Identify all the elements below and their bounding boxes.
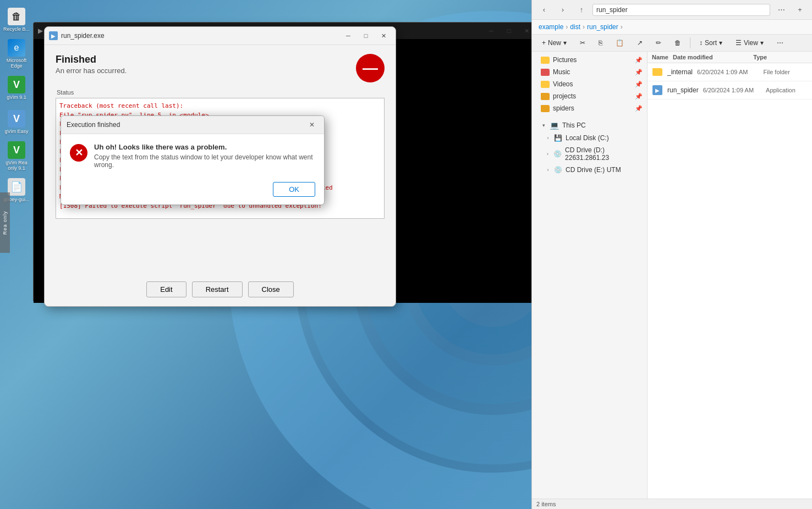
local-disk-arrow: › [545,135,551,141]
projects-folder-icon [541,93,550,100]
videos-pin: 📌 [635,81,643,88]
pictures-folder-icon [541,57,550,64]
back-btn[interactable]: ‹ [536,3,552,16]
file-explorer: ‹ › ↑ run_spider ⋯ + example › dist › ru… [531,0,812,509]
file-list: Name Date modified Type _internal 6/20/2… [648,52,812,499]
music-label: Music [553,68,570,76]
more-icon: ⋯ [777,39,783,47]
sidebar-cd-d[interactable]: › 💿 CD Drive (D:) 22631.2861.23 [532,144,647,164]
cmd-maximize-btn[interactable]: □ [501,25,517,36]
desktop: 🗑 Recycle B... e Microsoft Edge V gVim 9… [0,0,812,509]
gvim1-icon[interactable]: V gVim 9.1 [3,73,30,103]
more-btn[interactable]: ⋯ [771,37,789,49]
gvim1-label: gVim 9.1 [7,95,26,100]
exec-error-title: Uh oh! Looks like there was a problem. [94,143,315,151]
projects-pin: 📌 [635,93,643,100]
sort-chevron: ▾ [719,39,722,47]
paste-icon: 📋 [616,39,624,47]
sidebar-cd-e[interactable]: › 💿 CD Drive (E:) UTM [532,164,647,176]
run-spider-app-img: ▶ [652,85,662,95]
pictures-label: Pictures [553,56,577,64]
restart-button[interactable]: Restart [192,281,243,297]
local-disk-icon: 💾 [554,134,562,142]
sidebar-pictures[interactable]: Pictures 📌 [532,54,647,66]
run-spider-minimize[interactable]: ─ [341,30,356,41]
col-type: Type [753,54,808,60]
share-btn[interactable]: ↗ [632,37,648,49]
edit-button[interactable]: Edit [146,281,186,297]
file-row-run-spider[interactable]: ▶ run_spider 6/20/2024 1:09 AM Applicati… [648,81,812,99]
run-spider-controls: ─ □ ✕ [341,30,391,41]
videos-label: Videos [553,80,573,88]
new-chevron: ▾ [563,39,567,47]
run-spider-file-icon: ▶ [652,85,663,96]
projects-label: projects [553,92,576,100]
exec-body: ✕ Uh oh! Looks like there was a problem.… [61,134,324,178]
ok-button[interactable]: OK [273,182,315,197]
internal-date: 6/20/2024 1:09 AM [697,69,759,75]
exec-dialog: Execution finished ✕ ✕ Uh oh! Looks like… [61,115,325,205]
recycle-bin-img: 🗑 [8,8,25,25]
run-spider-file-name: run_spider [667,86,699,94]
spiders-folder-icon [541,105,550,112]
breadcrumb-example[interactable]: example [539,23,563,31]
delete-btn[interactable]: 🗑 [669,37,687,49]
new-tab-btn[interactable]: + [792,3,808,16]
sidebar-videos[interactable]: Videos 📌 [532,78,647,90]
cmd-win-controls: ─ □ ✕ [484,25,534,36]
explorer-toolbar: + New ▾ ✂ ⎘ 📋 ↗ ✏ 🗑 ↕ [532,35,812,52]
paste-btn[interactable]: 📋 [610,37,629,49]
sort-icon: ↕ [699,39,703,47]
col-date: Date modified [673,54,749,60]
new-btn[interactable]: + New ▾ [536,37,572,49]
internal-type: File folder [764,69,808,75]
gvim2-icon[interactable]: V gVim Easy [3,107,30,137]
sort-btn[interactable]: ↕ Sort ▾ [694,37,728,49]
videos-folder-icon [541,81,550,88]
edge-icon[interactable]: e Microsoft Edge [3,38,30,69]
view-chevron: ▾ [760,39,764,47]
explorer-body: Pictures 📌 Music 📌 Videos 📌 projects 📌 [532,52,812,499]
breadcrumb-dist[interactable]: dist [570,23,580,31]
sidebar-music[interactable]: Music 📌 [532,66,647,78]
taskbar-icons: 🗑 Recycle B... e Microsoft Edge V gVim 9… [0,0,33,509]
run-spider-close[interactable]: ✕ [376,30,391,41]
exec-close-btn[interactable]: ✕ [305,119,319,130]
window-footer: Edit Restart Close [56,275,385,297]
spiders-pin: 📌 [635,105,643,112]
view-btn[interactable]: ☰ View ▾ [730,37,769,49]
address-bar[interactable]: run_spider [592,4,770,16]
recycle-bin-icon[interactable]: 🗑 Recycle B... [3,4,30,35]
up-btn[interactable]: ↑ [574,3,589,16]
view-icon: ☰ [736,39,742,47]
sidebar-projects[interactable]: projects 📌 [532,90,647,102]
rename-btn[interactable]: ✏ [650,37,667,49]
sep1: › [566,23,568,31]
error-icon-symbol: — [363,59,378,77]
toolbar-sep [690,37,690,48]
exec-title: Execution finished [67,121,305,129]
run-spider-icon: ▶ [49,31,58,40]
music-pin: 📌 [635,69,643,76]
copy-icon: ⎘ [599,39,602,47]
pictures-pin: 📌 [635,57,643,64]
gooey-img: 📄 [8,178,25,196]
sidebar-this-pc[interactable]: ▾ 💻 This PC [532,119,647,132]
copy-btn[interactable]: ⎘ [593,37,608,49]
cut-btn[interactable]: ✂ [574,37,591,49]
close-button[interactable]: Close [248,281,294,297]
sidebar-divider [532,114,647,119]
music-folder-icon [541,69,550,76]
file-row-internal[interactable]: _internal 6/20/2024 1:09 AM File folder [648,63,812,81]
breadcrumb-run-spider[interactable]: run_spider [587,23,618,31]
run-spider-maximize[interactable]: □ [358,30,374,41]
gvim3-icon[interactable]: V gVim Reaonly 9.1 [3,141,30,171]
more-nav-btn[interactable]: ⋯ [773,3,789,16]
sidebar-spiders[interactable]: spiders 📌 [532,102,647,114]
traceback-line-0: Traceback (most recent call last): [59,102,381,111]
cmd-minimize-btn[interactable]: ─ [484,25,499,36]
delete-icon: 🗑 [674,39,681,47]
sidebar-local-disk[interactable]: › 💾 Local Disk (C:) [532,132,647,144]
addr-text: run_spider [596,6,628,14]
forward-btn[interactable]: › [555,3,570,16]
